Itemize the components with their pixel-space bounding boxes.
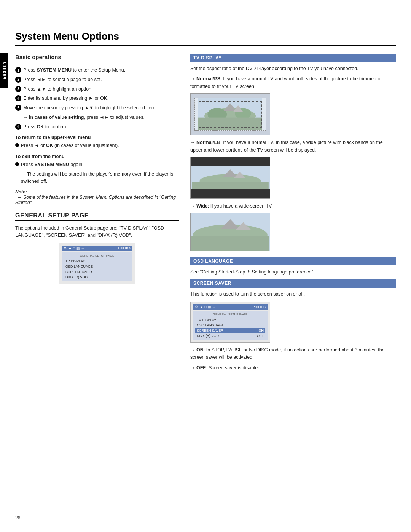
osd-language-header: OSD LANGUAGE — [190, 257, 396, 265]
ss-icon-grid: ▦ — [208, 305, 211, 309]
step-num-4: 4 — [15, 95, 21, 101]
normal-lb-text: → Normal/LB: If you have a normal TV. In… — [190, 139, 396, 154]
ss-body: -- GENERAL SETUP PAGE -- TV DISPLAY OSD … — [193, 311, 268, 340]
tv-image-normal-lb — [190, 157, 270, 199]
return-item: Press ◄ or OK (in cases of value adjustm… — [15, 142, 179, 149]
step-num-1: 1 — [15, 67, 21, 73]
setup-item-screen-saver: SCREEN SAVER — [64, 269, 130, 275]
ss-item-divx: DIVX (R) VOD OFF — [195, 333, 265, 339]
exit-item-1: Press SYSTEM MENU again. — [15, 161, 179, 168]
sidebar-english-tab: English — [0, 53, 8, 88]
philips-brand: PHILIPS — [117, 246, 131, 250]
general-setup-title: General Setup Page — [15, 212, 179, 221]
ss-icons: ⚙ ◄ □ ▦ ⇒ — [195, 305, 216, 309]
tv-display-header: TV DISPLAY — [190, 54, 396, 62]
icon-arrow: ◄ — [68, 246, 72, 250]
setup-screen-header: ⚙ ◄ □ ▦ ⇒ PHILIPS — [62, 246, 132, 251]
setup-item-tv-display: TV DISPLAY — [64, 259, 130, 264]
exit-bullet — [15, 162, 19, 166]
note-text: – Some of the features in the System Men… — [15, 195, 176, 205]
step-4: 4 Enter its submenu by pressing ► or OK. — [15, 95, 179, 102]
ops-list: 1 Press SYSTEM MENU to enter the Setup M… — [15, 67, 179, 130]
screen-saver-section: SCREEN SAVER This function is used to tu… — [190, 279, 396, 372]
tv-dashed-border — [199, 101, 262, 128]
setup-screen-icons: ⚙ ◄ □ ▦ ⇒ — [64, 246, 84, 250]
return-list: Press ◄ or OK (in cases of value adjustm… — [15, 142, 179, 149]
tv-image-normal-ps — [190, 93, 270, 135]
screen-saver-header: SCREEN SAVER — [190, 279, 396, 288]
osd-language-text: See "Getting Started-Step 3: Setting lan… — [190, 268, 396, 276]
landscape-svg-2 — [191, 166, 270, 190]
step-3-text: Press ▲▼ to highlight an option. — [23, 86, 93, 93]
right-column: TV DISPLAY Set the aspect ratio of the D… — [190, 54, 396, 375]
ss-divx-label: DIVX (R) VOD — [197, 334, 219, 338]
ss-item-screensaver: SCREEN SAVER ON — [195, 328, 265, 333]
step-num-5: 5 — [15, 105, 21, 111]
left-column: Basic operations 1 Press SYSTEM MENU to … — [15, 54, 179, 375]
exit-title: To exit from the menu — [15, 154, 179, 159]
ss-item-tv: TV DISPLAY — [195, 317, 265, 323]
screen-saver-intro: This function is used to turn the screen… — [190, 291, 396, 298]
page-container: English System Menu Options Basic operat… — [0, 0, 411, 532]
wide-text: → Wide: If you have a wide-screen TV. — [190, 203, 396, 210]
step-2-text: Press ◄► to select a page to be set. — [23, 76, 102, 83]
ss-header: ⚙ ◄ □ ▦ ⇒ PHILIPS — [193, 304, 268, 310]
tv-display-section: TV DISPLAY Set the aspect ratio of the D… — [190, 54, 396, 251]
step-5-text: Move the cursor by pressing ▲▼ to highli… — [23, 104, 157, 112]
ss-icon-box: □ — [204, 305, 206, 309]
sidebar-label: English — [2, 62, 6, 80]
return-bullet — [15, 143, 19, 147]
ss-tv-label: TV DISPLAY — [197, 318, 216, 322]
ss-icon-arrow: ◄ — [199, 305, 203, 309]
step-num-6: 6 — [15, 124, 21, 130]
two-col-layout: Basic operations 1 Press SYSTEM MENU to … — [15, 54, 396, 375]
step-num-3: 3 — [15, 86, 21, 92]
screen-saver-off-text: → OFF: Screen saver is disabled. — [190, 364, 396, 372]
setup-screen-body: -- GENERAL SETUP PAGE -- TV DISPLAY OSD … — [62, 252, 132, 281]
setup-item-osd-language: OSD LANGUAGE — [64, 264, 130, 269]
step-5: 5 Move the cursor by pressing ▲▼ to high… — [15, 104, 179, 112]
osd-language-section: OSD LANGUAGE See "Getting Started-Step 3… — [190, 257, 396, 276]
basic-operations-title: Basic operations — [15, 54, 179, 62]
step-3: 3 Press ▲▼ to highlight an option. — [15, 86, 179, 93]
step-5-note-text: → In cases of value setting, press ◄► to… — [23, 114, 145, 121]
icon-box: □ — [73, 246, 75, 250]
landscape-svg-3 — [191, 213, 270, 251]
step-1-text: Press SYSTEM MENU to enter the Setup Men… — [23, 67, 125, 74]
tv-image-wide — [190, 213, 270, 251]
setup-screen-subtitle: -- GENERAL SETUP PAGE -- — [64, 254, 130, 257]
ss-subtitle: -- GENERAL SETUP PAGE -- — [195, 313, 265, 316]
exit-text: Press SYSTEM MENU again. — [21, 161, 84, 168]
svg-rect-16 — [191, 236, 269, 251]
note-label: Note: — [15, 189, 27, 195]
ss-icon-gear: ⚙ — [195, 305, 198, 309]
ss-item-osd: OSD LANGUAGE — [195, 323, 265, 328]
setup-screen-mockup: ⚙ ◄ □ ▦ ⇒ PHILIPS -- GENERAL SETUP PAGE … — [59, 243, 135, 284]
return-text: Press ◄ or OK (in cases of value adjustm… — [21, 142, 119, 149]
normal-ps-text: → Normal/PS: If you have a normal TV and… — [190, 75, 396, 90]
tv-display-intro: Set the aspect ratio of the DVD Player a… — [190, 65, 396, 72]
general-setup-desc: The options included in General Setup pa… — [15, 225, 179, 239]
screen-saver-on-text: → ON: In STOP, PAUSE or No DISC mode, if… — [190, 347, 396, 361]
icon-fwd: ⇒ — [81, 246, 84, 250]
step-1: 1 Press SYSTEM MENU to enter the Setup M… — [15, 67, 179, 74]
icon-gear: ⚙ — [64, 246, 67, 250]
page-title: System Menu Options — [15, 30, 396, 46]
exit-arrow-text: → The settings will be stored in the pla… — [21, 171, 179, 185]
ss-saver-label: SCREEN SAVER — [197, 329, 223, 332]
main-content: System Menu Options Basic operations 1 P… — [15, 23, 396, 375]
basic-operations-section: Basic operations 1 Press SYSTEM MENU to … — [15, 54, 179, 205]
step-2: 2 Press ◄► to select a page to be set. — [15, 76, 179, 83]
ss-saver-val: ON — [259, 329, 264, 332]
general-setup-section: General Setup Page The options included … — [15, 212, 179, 284]
step-6-text: Press OK to confirm. — [23, 123, 67, 131]
step-6: 6 Press OK to confirm. — [15, 123, 179, 131]
page-number: 26 — [15, 515, 20, 521]
ss-icon-fwd: ⇒ — [213, 305, 216, 309]
screen-saver-screen: ⚙ ◄ □ ▦ ⇒ PHILIPS -- GENERAL SETUP PAGE … — [190, 302, 270, 343]
ss-osd-label: OSD LANGUAGE — [197, 323, 224, 327]
icon-grid: ▦ — [76, 246, 80, 250]
step-5-note: → In cases of value setting, press ◄► to… — [15, 114, 179, 121]
return-title: To return to the upper-level menu — [15, 135, 179, 140]
exit-list: Press SYSTEM MENU again. → The settings … — [15, 161, 179, 185]
